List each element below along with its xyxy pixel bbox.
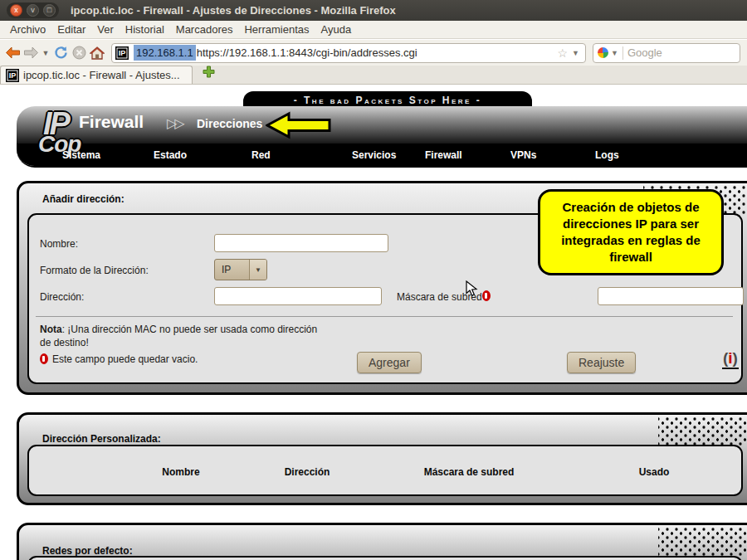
custom-address-table: Nombre Dirección Máscara de subred Usado bbox=[27, 445, 743, 496]
column-header-usado: Usado bbox=[639, 466, 670, 478]
format-label: Formato de la Dirección: bbox=[40, 265, 149, 276]
url-bar[interactable]: IP 192.168.1.1 https://192.168.1.1:8443/… bbox=[111, 43, 586, 63]
form-divider bbox=[36, 316, 733, 317]
tab-title: ipcop.tic.loc - Firewall - Ajustes... bbox=[23, 69, 180, 81]
note-rest: : ¡Una dirección MAC no puede ser usada … bbox=[40, 324, 317, 348]
halftone-decoration bbox=[658, 528, 747, 556]
halftone-decoration bbox=[658, 417, 747, 446]
annotation-text: Creación de objetos de direcciones IP pa… bbox=[549, 199, 712, 266]
url-host-highlight: 192.168.1.1 bbox=[134, 45, 196, 61]
menu-herramientas[interactable]: Herramientas bbox=[238, 22, 315, 37]
google-logo-icon bbox=[598, 47, 608, 58]
address-label: Dirección: bbox=[40, 291, 84, 303]
navigation-toolbar: ▼ IP 192.168.1.1 https://192.168.1.1:844… bbox=[0, 40, 747, 66]
note-text: Nota: ¡Una dirección MAC no puede ser us… bbox=[40, 324, 322, 349]
menu-estado[interactable]: Estado bbox=[154, 149, 187, 161]
stop-icon[interactable] bbox=[70, 43, 88, 63]
info-icon[interactable]: (i) bbox=[722, 349, 739, 369]
menu-logs[interactable]: Logs bbox=[595, 149, 619, 161]
site-favicon: IP bbox=[115, 46, 129, 60]
page-content: - The bad Packets Stop Here - IP Cop Fir… bbox=[0, 85, 747, 560]
menu-ver[interactable]: Ver bbox=[91, 22, 120, 37]
tab-bar: IP ipcop.tic.loc - Firewall - Ajustes... bbox=[0, 66, 747, 85]
search-box[interactable]: ▼ Google bbox=[593, 43, 740, 63]
menu-bar: Archivo Editar Ver Historial Marcadores … bbox=[0, 21, 747, 39]
minimize-button[interactable]: v bbox=[27, 4, 39, 17]
search-placeholder: Google bbox=[627, 46, 662, 59]
netmask-input[interactable] bbox=[598, 287, 744, 305]
reload-icon[interactable] bbox=[51, 43, 70, 63]
window-titlebar: x v □ ipcop.tic.loc - Firewall - Ajustes… bbox=[0, 0, 747, 21]
maximize-button[interactable]: □ bbox=[43, 4, 56, 17]
panel-title: Redes por defecto: bbox=[42, 545, 133, 557]
optional-note: Este campo puede quedar vacio. bbox=[40, 353, 322, 367]
breadcrumb-chevrons-icon: ▷▷ bbox=[167, 115, 183, 131]
custom-address-panel: Dirección Personalizada: Nombre Direcció… bbox=[17, 412, 747, 505]
menu-editar[interactable]: Editar bbox=[51, 22, 91, 37]
name-input[interactable] bbox=[214, 234, 388, 252]
active-tab[interactable]: IP ipcop.tic.loc - Firewall - Ajustes... bbox=[0, 66, 193, 84]
breadcrumb-page: Direcciones bbox=[197, 117, 262, 130]
panel-title: Dirección Personalizada: bbox=[42, 433, 161, 445]
forward-icon[interactable] bbox=[22, 43, 40, 63]
menu-ayuda[interactable]: Ayuda bbox=[315, 22, 357, 37]
select-arrow-icon: ▼ bbox=[249, 260, 266, 280]
history-dropdown-icon[interactable]: ▼ bbox=[40, 43, 51, 63]
search-engine-dropdown-icon[interactable]: ▼ bbox=[608, 49, 621, 57]
annotation-callout: Creación de objetos de direcciones IP pa… bbox=[538, 189, 724, 275]
format-selected-value: IP bbox=[215, 264, 249, 275]
optional-field-icon bbox=[40, 353, 48, 364]
screen: x v □ ipcop.tic.loc - Firewall - Ajustes… bbox=[0, 0, 747, 560]
menu-archivo[interactable]: Archivo bbox=[4, 22, 51, 37]
menu-sistema[interactable]: Sistema bbox=[62, 149, 100, 161]
column-header-nombre: Nombre bbox=[162, 466, 199, 478]
close-button[interactable]: x bbox=[10, 4, 22, 17]
new-tab-icon[interactable] bbox=[203, 66, 215, 81]
menu-historial[interactable]: Historial bbox=[120, 22, 170, 37]
name-label: Nombre: bbox=[40, 238, 78, 250]
panel-title: Añadir dirección: bbox=[42, 193, 124, 205]
default-networks-panel: Redes por defecto: bbox=[17, 523, 747, 560]
menu-red[interactable]: Red bbox=[251, 149, 271, 161]
format-select[interactable]: IP ▼ bbox=[214, 259, 267, 280]
column-header-mascara: Máscara de subred bbox=[424, 466, 515, 478]
tab-favicon: IP bbox=[6, 69, 19, 82]
optional-note-text: Este campo puede quedar vacio. bbox=[52, 353, 198, 365]
window-title: ipcop.tic.loc - Firewall - Ajustes de Di… bbox=[71, 4, 396, 17]
menu-vpns[interactable]: VPNs bbox=[510, 149, 536, 161]
url-text: https://192.168.1.1:8443/cgi-bin/address… bbox=[197, 46, 556, 59]
window-controls: x v □ bbox=[7, 2, 59, 18]
yellow-arrow-annotation bbox=[266, 111, 332, 143]
column-header-direccion: Dirección bbox=[285, 466, 330, 478]
bookmark-star-icon[interactable]: ☆ bbox=[558, 46, 569, 60]
back-icon[interactable] bbox=[3, 43, 22, 63]
menu-marcadores[interactable]: Marcadores bbox=[170, 22, 239, 37]
mouse-cursor bbox=[466, 280, 478, 300]
ipcop-header: IP Cop Firewall ▷▷ Direcciones Sistema E… bbox=[17, 106, 747, 168]
default-networks-table bbox=[27, 556, 743, 560]
address-input[interactable] bbox=[214, 287, 382, 305]
menu-firewall[interactable]: Firewall bbox=[425, 149, 462, 161]
optional-field-icon bbox=[482, 290, 491, 301]
url-dropdown-icon[interactable]: ▼ bbox=[569, 49, 582, 57]
add-button[interactable]: Agregar bbox=[357, 352, 422, 373]
menu-servicios[interactable]: Servicios bbox=[352, 149, 396, 161]
breadcrumb-section: Firewall bbox=[79, 112, 144, 132]
search-separator bbox=[622, 46, 623, 60]
reset-button[interactable]: Reajuste bbox=[567, 352, 636, 373]
note-bold: Nota bbox=[40, 324, 62, 335]
home-icon[interactable] bbox=[88, 43, 106, 63]
